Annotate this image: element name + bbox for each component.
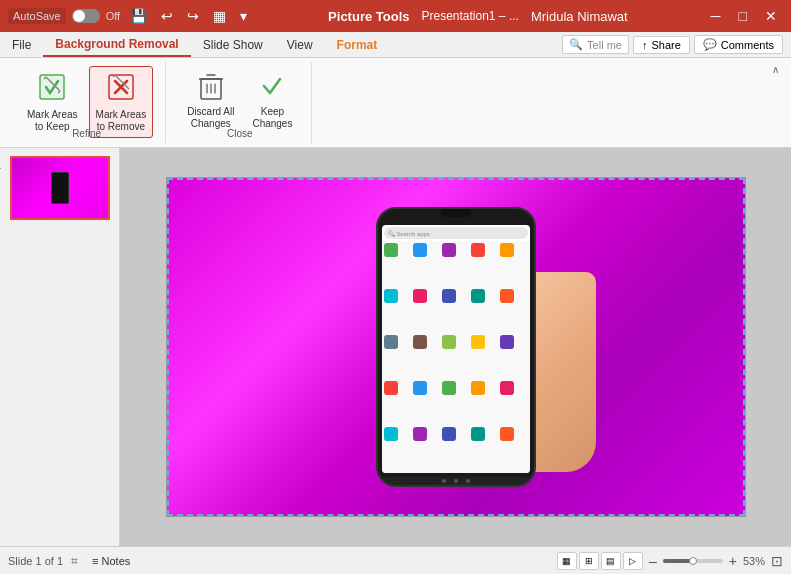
slide-image-background: 🔍 Search apps bbox=[167, 178, 745, 516]
autosave-toggle[interactable] bbox=[72, 9, 100, 23]
app-icon bbox=[442, 335, 456, 349]
app-icon bbox=[413, 427, 427, 441]
comments-button[interactable]: 💬 Comments bbox=[694, 35, 783, 54]
app-icon bbox=[413, 243, 427, 257]
app-icon bbox=[471, 289, 485, 303]
search-placeholder: Tell me bbox=[587, 39, 622, 51]
close-button[interactable]: ✕ bbox=[759, 6, 783, 26]
app-icon bbox=[442, 243, 456, 257]
home-dot bbox=[454, 479, 458, 483]
phone-screen: 🔍 Search apps bbox=[382, 225, 530, 473]
app-icon bbox=[413, 335, 427, 349]
tab-file[interactable]: File bbox=[0, 32, 43, 57]
status-right: ▦ ⊞ ▤ ▷ – + 53% ⊡ bbox=[557, 552, 783, 570]
app-icon bbox=[442, 289, 456, 303]
app-icon bbox=[442, 427, 456, 441]
toggle-knob bbox=[73, 10, 85, 22]
app-icon bbox=[384, 381, 398, 395]
phone-mini-thumb bbox=[51, 172, 69, 204]
slide-sorter-button[interactable]: ⊞ bbox=[579, 552, 599, 570]
dropdown-icon[interactable]: ▾ bbox=[236, 6, 251, 26]
ribbon-right: 🔍 Tell me ↑ Share 💬 Comments bbox=[554, 32, 791, 57]
slide-panel: 1 bbox=[0, 148, 120, 546]
canvas-area[interactable]: 🔍 Search apps bbox=[120, 148, 791, 546]
title-bar-left: AutoSave Off 💾 ↩ ↪ ▦ ▾ bbox=[8, 6, 251, 26]
search-icon: 🔍 bbox=[569, 38, 583, 51]
view-buttons: ▦ ⊞ ▤ ▷ bbox=[557, 552, 643, 570]
share-label: Share bbox=[651, 39, 680, 51]
tab-view[interactable]: View bbox=[275, 32, 325, 57]
app-icon bbox=[500, 427, 514, 441]
slide-thumb-content bbox=[12, 158, 108, 218]
search-box[interactable]: 🔍 Tell me bbox=[562, 35, 629, 54]
maximize-button[interactable]: □ bbox=[733, 6, 753, 26]
ribbon-group-close: Discard AllChanges KeepChanges Close bbox=[168, 62, 312, 143]
zoom-slider[interactable] bbox=[663, 559, 723, 563]
phone-body: 🔍 Search apps bbox=[376, 207, 536, 487]
ribbon-content: Mark Areasto Keep Mark Areasto Remove Re… bbox=[0, 58, 791, 148]
slide-number-1: 1 bbox=[0, 160, 1, 171]
autosave-label: AutoSave bbox=[8, 8, 66, 24]
slide-info: Slide 1 of 1 bbox=[8, 555, 63, 567]
slide-canvas: 🔍 Search apps bbox=[166, 177, 746, 517]
accessibility-icon: ⌗ bbox=[71, 554, 78, 568]
zoom-level: 53% bbox=[743, 555, 765, 567]
phone-screen-content bbox=[382, 241, 530, 473]
home-dot bbox=[466, 479, 470, 483]
status-bar: Slide 1 of 1 ⌗ ≡ Notes ▦ ⊞ ▤ ▷ – + 53% ⊡ bbox=[0, 546, 791, 574]
status-left: Slide 1 of 1 ⌗ ≡ Notes bbox=[8, 549, 549, 573]
zoom-thumb bbox=[689, 557, 697, 565]
user-name: Mridula Nimawat bbox=[531, 9, 628, 24]
save-icon[interactable]: 💾 bbox=[126, 6, 151, 26]
comment-icon: 💬 bbox=[703, 38, 717, 51]
title-bar-right: ─ □ ✕ bbox=[705, 6, 783, 26]
redo-icon[interactable]: ↪ bbox=[183, 6, 203, 26]
zoom-minus-icon[interactable]: – bbox=[649, 553, 657, 569]
app-icon bbox=[384, 335, 398, 349]
share-button[interactable]: ↑ Share bbox=[633, 36, 690, 54]
app-icon bbox=[471, 381, 485, 395]
slideshow-view-button[interactable]: ▷ bbox=[623, 552, 643, 570]
share-icon: ↑ bbox=[642, 39, 648, 51]
app-icon bbox=[413, 289, 427, 303]
app-icon bbox=[413, 381, 427, 395]
discard-icon bbox=[197, 71, 225, 104]
refine-group-label: Refine bbox=[72, 128, 101, 139]
minimize-button[interactable]: ─ bbox=[705, 6, 727, 26]
fit-icon[interactable]: ⊡ bbox=[771, 553, 783, 569]
keep-changes-label: KeepChanges bbox=[252, 106, 292, 130]
discard-label: Discard AllChanges bbox=[187, 106, 234, 130]
mark-keep-icon bbox=[36, 71, 68, 107]
close-group-label: Close bbox=[227, 128, 253, 139]
keep-changes-icon bbox=[258, 71, 286, 104]
slide-thumbnail-1[interactable]: 1 bbox=[10, 156, 110, 220]
undo-icon[interactable]: ↩ bbox=[157, 6, 177, 26]
app-icon bbox=[384, 427, 398, 441]
app-icon bbox=[500, 243, 514, 257]
title-bar-center: Picture Tools Presentation1 – ... Mridul… bbox=[328, 9, 628, 24]
app-icon bbox=[500, 381, 514, 395]
ribbon-tabs: File Background Removal Slide Show View … bbox=[0, 32, 791, 58]
normal-view-button[interactable]: ▦ bbox=[557, 552, 577, 570]
zoom-plus-icon[interactable]: + bbox=[729, 553, 737, 569]
mark-remove-label: Mark Areasto Remove bbox=[96, 109, 147, 133]
app-icon bbox=[500, 335, 514, 349]
collapse-ribbon-button[interactable]: ∧ bbox=[768, 62, 783, 77]
tab-background-removal[interactable]: Background Removal bbox=[43, 32, 190, 57]
app-icon bbox=[500, 289, 514, 303]
tab-slideshow[interactable]: Slide Show bbox=[191, 32, 275, 57]
notes-button[interactable]: ≡ Notes bbox=[86, 549, 136, 573]
tab-format[interactable]: Format bbox=[325, 32, 390, 57]
title-bar: AutoSave Off 💾 ↩ ↪ ▦ ▾ Picture Tools Pre… bbox=[0, 0, 791, 32]
phone-home-bar bbox=[378, 477, 534, 485]
app-icon bbox=[471, 335, 485, 349]
app-icon bbox=[471, 427, 485, 441]
phone-illustration: 🔍 Search apps bbox=[336, 202, 576, 492]
main-area: 1 🔍 Se bbox=[0, 148, 791, 546]
presentation-icon[interactable]: ▦ bbox=[209, 6, 230, 26]
app-icon bbox=[384, 243, 398, 257]
discard-all-changes-button[interactable]: Discard AllChanges bbox=[180, 66, 241, 135]
app-icon bbox=[384, 289, 398, 303]
keep-changes-button[interactable]: KeepChanges bbox=[245, 66, 299, 135]
reading-view-button[interactable]: ▤ bbox=[601, 552, 621, 570]
